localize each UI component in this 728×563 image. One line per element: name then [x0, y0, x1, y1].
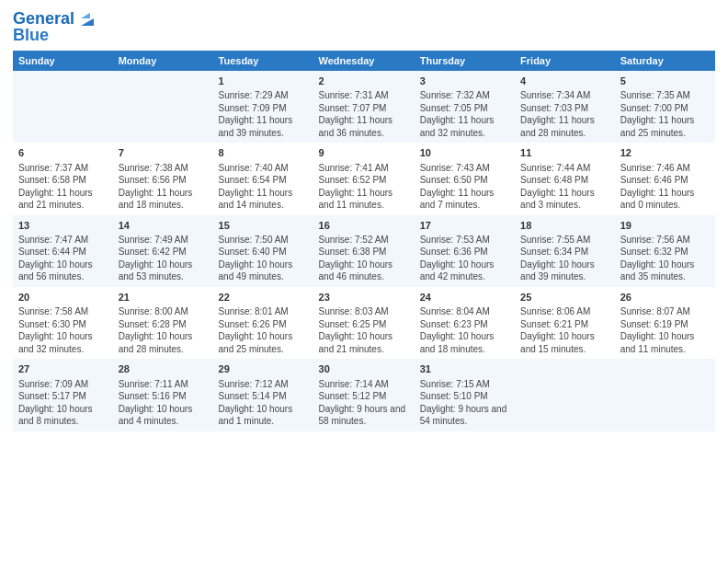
day-info: Sunrise: 7:44 AM Sunset: 6:48 PM Dayligh… [520, 162, 609, 212]
calendar-cell: 17Sunrise: 7:53 AM Sunset: 6:36 PM Dayli… [415, 215, 515, 287]
day-number: 24 [420, 291, 509, 304]
calendar-table: SundayMondayTuesdayWednesdayThursdayFrid… [13, 51, 715, 431]
calendar-cell: 27Sunrise: 7:09 AM Sunset: 5:17 PM Dayli… [13, 359, 113, 431]
svg-marker-1 [81, 13, 90, 18]
calendar-cell: 31Sunrise: 7:15 AM Sunset: 5:10 PM Dayli… [415, 359, 515, 431]
day-number: 11 [520, 146, 609, 160]
day-number: 29 [219, 362, 308, 376]
calendar-cell: 21Sunrise: 8:00 AM Sunset: 6:28 PM Dayli… [113, 287, 213, 359]
day-info: Sunrise: 7:34 AM Sunset: 7:03 PM Dayligh… [520, 89, 609, 139]
calendar-cell [515, 359, 615, 431]
calendar-cell: 14Sunrise: 7:49 AM Sunset: 6:42 PM Dayli… [113, 215, 213, 287]
day-info: Sunrise: 7:38 AM Sunset: 6:56 PM Dayligh… [119, 162, 208, 212]
calendar-cell: 28Sunrise: 7:11 AM Sunset: 5:16 PM Dayli… [113, 359, 213, 431]
day-number: 6 [18, 146, 108, 160]
calendar-body: 1Sunrise: 7:29 AM Sunset: 7:09 PM Daylig… [13, 71, 715, 431]
day-info: Sunrise: 7:53 AM Sunset: 6:36 PM Dayligh… [420, 234, 509, 283]
day-number: 13 [18, 219, 108, 233]
calendar-cell [113, 71, 213, 143]
day-number: 1 [219, 75, 308, 88]
day-info: Sunrise: 8:04 AM Sunset: 6:23 PM Dayligh… [420, 305, 509, 355]
calendar-row: 6Sunrise: 7:37 AM Sunset: 6:58 PM Daylig… [13, 143, 715, 214]
page-container: General Blue SundayMondayTuesdayWednesda… [0, 0, 728, 439]
day-info: Sunrise: 8:00 AM Sunset: 6:28 PM Dayligh… [119, 305, 208, 355]
svg-marker-0 [81, 18, 94, 26]
day-number: 18 [520, 219, 609, 233]
calendar-cell: 5Sunrise: 7:35 AM Sunset: 7:00 PM Daylig… [615, 71, 715, 143]
calendar-cell: 19Sunrise: 7:56 AM Sunset: 6:32 PM Dayli… [615, 215, 715, 287]
day-info: Sunrise: 7:52 AM Sunset: 6:38 PM Dayligh… [319, 234, 409, 283]
logo-blue: Blue [13, 27, 49, 45]
calendar-cell: 23Sunrise: 8:03 AM Sunset: 6:25 PM Dayli… [313, 287, 415, 359]
day-info: Sunrise: 7:11 AM Sunset: 5:16 PM Dayligh… [119, 378, 208, 428]
weekday-header-sunday: Sunday [13, 51, 113, 71]
calendar-cell: 15Sunrise: 7:50 AM Sunset: 6:40 PM Dayli… [213, 215, 313, 287]
calendar-cell: 11Sunrise: 7:44 AM Sunset: 6:48 PM Dayli… [515, 143, 615, 214]
day-info: Sunrise: 7:55 AM Sunset: 6:34 PM Dayligh… [520, 234, 609, 283]
weekday-header-row: SundayMondayTuesdayWednesdayThursdayFrid… [13, 51, 715, 71]
day-info: Sunrise: 7:32 AM Sunset: 7:05 PM Dayligh… [420, 89, 509, 139]
calendar-cell: 25Sunrise: 8:06 AM Sunset: 6:21 PM Dayli… [515, 287, 615, 359]
calendar-row: 20Sunrise: 7:58 AM Sunset: 6:30 PM Dayli… [13, 287, 715, 359]
day-info: Sunrise: 7:35 AM Sunset: 7:00 PM Dayligh… [620, 89, 710, 139]
day-number: 19 [620, 219, 710, 233]
logo-icon [77, 9, 97, 29]
day-info: Sunrise: 7:50 AM Sunset: 6:40 PM Dayligh… [219, 234, 308, 283]
day-info: Sunrise: 7:56 AM Sunset: 6:32 PM Dayligh… [620, 234, 710, 283]
day-number: 7 [119, 146, 208, 160]
day-info: Sunrise: 7:46 AM Sunset: 6:46 PM Dayligh… [620, 162, 710, 212]
weekday-header-monday: Monday [113, 51, 213, 71]
weekday-header-saturday: Saturday [615, 51, 715, 71]
day-number: 22 [219, 291, 308, 304]
calendar-row: 13Sunrise: 7:47 AM Sunset: 6:44 PM Dayli… [13, 215, 715, 287]
weekday-header-tuesday: Tuesday [213, 51, 313, 71]
day-number: 15 [219, 219, 308, 233]
day-number: 5 [620, 75, 710, 88]
day-number: 26 [620, 291, 710, 304]
calendar-cell: 7Sunrise: 7:38 AM Sunset: 6:56 PM Daylig… [113, 143, 213, 214]
weekday-header-friday: Friday [515, 51, 615, 71]
day-info: Sunrise: 7:47 AM Sunset: 6:44 PM Dayligh… [18, 234, 108, 283]
calendar-cell: 22Sunrise: 8:01 AM Sunset: 6:26 PM Dayli… [213, 287, 313, 359]
day-info: Sunrise: 7:40 AM Sunset: 6:54 PM Dayligh… [219, 162, 308, 212]
logo: General Blue [13, 9, 97, 45]
day-number: 3 [420, 75, 509, 88]
day-number: 28 [119, 362, 208, 376]
day-number: 16 [319, 219, 409, 233]
calendar-cell: 13Sunrise: 7:47 AM Sunset: 6:44 PM Dayli… [13, 215, 113, 287]
day-number: 25 [520, 291, 609, 304]
weekday-header-thursday: Thursday [415, 51, 515, 71]
calendar-cell: 18Sunrise: 7:55 AM Sunset: 6:34 PM Dayli… [515, 215, 615, 287]
calendar-cell: 16Sunrise: 7:52 AM Sunset: 6:38 PM Dayli… [313, 215, 415, 287]
calendar-cell [13, 71, 113, 143]
day-number: 20 [18, 291, 108, 304]
calendar-row: 27Sunrise: 7:09 AM Sunset: 5:17 PM Dayli… [13, 359, 715, 431]
header-row: General Blue [13, 9, 715, 45]
calendar-cell: 24Sunrise: 8:04 AM Sunset: 6:23 PM Dayli… [415, 287, 515, 359]
calendar-cell: 12Sunrise: 7:46 AM Sunset: 6:46 PM Dayli… [615, 143, 715, 214]
calendar-cell: 30Sunrise: 7:14 AM Sunset: 5:12 PM Dayli… [313, 359, 415, 431]
calendar-cell: 4Sunrise: 7:34 AM Sunset: 7:03 PM Daylig… [515, 71, 615, 143]
day-info: Sunrise: 8:06 AM Sunset: 6:21 PM Dayligh… [520, 305, 609, 355]
day-number: 8 [219, 146, 308, 160]
calendar-cell: 29Sunrise: 7:12 AM Sunset: 5:14 PM Dayli… [213, 359, 313, 431]
calendar-cell: 8Sunrise: 7:40 AM Sunset: 6:54 PM Daylig… [213, 143, 313, 214]
day-number: 31 [420, 362, 509, 376]
calendar-cell: 1Sunrise: 7:29 AM Sunset: 7:09 PM Daylig… [213, 71, 313, 143]
day-info: Sunrise: 7:43 AM Sunset: 6:50 PM Dayligh… [420, 162, 509, 212]
calendar-cell [615, 359, 715, 431]
day-info: Sunrise: 8:03 AM Sunset: 6:25 PM Dayligh… [319, 305, 409, 355]
calendar-header: SundayMondayTuesdayWednesdayThursdayFrid… [13, 51, 715, 71]
day-info: Sunrise: 7:31 AM Sunset: 7:07 PM Dayligh… [319, 89, 409, 139]
day-number: 9 [319, 146, 409, 160]
day-number: 4 [520, 75, 609, 88]
weekday-header-wednesday: Wednesday [313, 51, 415, 71]
day-info: Sunrise: 7:37 AM Sunset: 6:58 PM Dayligh… [18, 162, 108, 212]
calendar-cell: 9Sunrise: 7:41 AM Sunset: 6:52 PM Daylig… [313, 143, 415, 214]
day-number: 27 [18, 362, 108, 376]
calendar-cell: 3Sunrise: 7:32 AM Sunset: 7:05 PM Daylig… [415, 71, 515, 143]
day-info: Sunrise: 8:07 AM Sunset: 6:19 PM Dayligh… [620, 305, 710, 355]
day-number: 12 [620, 146, 710, 160]
calendar-cell: 6Sunrise: 7:37 AM Sunset: 6:58 PM Daylig… [13, 143, 113, 214]
day-info: Sunrise: 7:12 AM Sunset: 5:14 PM Dayligh… [219, 378, 308, 428]
